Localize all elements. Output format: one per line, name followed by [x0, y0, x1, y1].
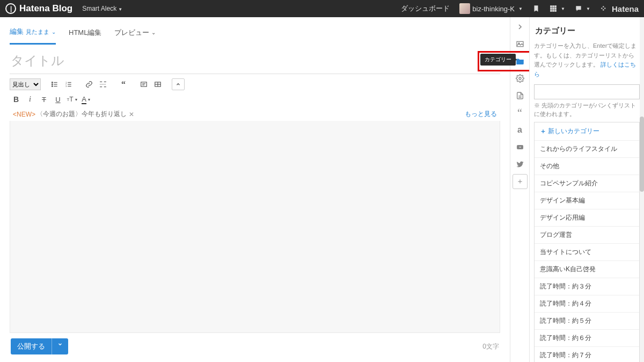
scrollbar-thumb[interactable] [640, 117, 644, 192]
page: 編集 見たまま ⌄ HTML編集 プレビュー ⌄ 見出し 123 “ [0, 17, 644, 362]
svg-rect-1 [552, 5, 554, 7]
dashboard-link[interactable]: ダッシュボード [401, 4, 450, 13]
svg-point-13 [52, 86, 53, 87]
collapse-panel-icon[interactable] [513, 19, 528, 34]
hint-text[interactable]: 〈今週のお題〉今年も折り返し [36, 110, 127, 119]
svg-point-11 [52, 84, 53, 85]
svg-rect-3 [550, 8, 552, 10]
category-input[interactable] [534, 84, 640, 99]
caret-down-icon: ▼ [561, 6, 565, 11]
tooltip-label: カテゴリー [480, 54, 516, 66]
category-item[interactable]: その他 [535, 158, 639, 175]
italic-icon[interactable]: i [24, 93, 36, 105]
panel-note: ※ 先頭のカテゴリーがパンくずリストに使われます。 [534, 102, 640, 119]
panel-title: カテゴリー [534, 21, 640, 41]
tab-preview[interactable]: プレビュー ⌄ [114, 23, 156, 45]
category-item[interactable]: 読了時間：約３分 [535, 278, 639, 295]
bold-icon[interactable]: B [10, 93, 23, 105]
tab-preview-label: プレビュー [114, 28, 149, 38]
side-rail: カテゴリー “ a ＋ [510, 17, 529, 362]
strikethrough-icon[interactable]: T [38, 93, 50, 105]
tab-edit-mode: 見たまま [26, 28, 49, 36]
caret-down-icon: ▼ [118, 7, 122, 12]
tab-html[interactable]: HTML編集 [69, 23, 101, 45]
svg-rect-6 [550, 10, 552, 12]
heading-select[interactable]: 見出し [10, 78, 41, 90]
bookmark-icon[interactable] [532, 5, 540, 12]
unordered-list-icon[interactable] [48, 78, 61, 90]
editor-body[interactable] [10, 121, 500, 333]
tab-edit[interactable]: 編集 見たまま ⌄ [10, 23, 56, 45]
caret-down-icon: ▼ [518, 6, 523, 11]
close-icon[interactable]: ✕ [129, 111, 134, 118]
category-item[interactable]: デザイン基本編 [535, 192, 639, 209]
publish-dropdown[interactable] [52, 338, 68, 354]
add-icon[interactable]: ＋ [513, 174, 528, 189]
category-item[interactable]: 読了時間：約４分 [535, 295, 639, 313]
blog-name-dropdown[interactable]: Smart Aleck▼ [82, 5, 122, 12]
brand-text: Hatena Blog [19, 3, 72, 14]
caret-down-icon: ▼ [586, 6, 590, 11]
chevron-down-icon: ⌄ [151, 30, 156, 35]
tab-html-label: HTML編集 [69, 28, 101, 38]
category-panel: カテゴリー カテゴリーを入力し、Enterで確定します。もしくは、カテゴリーリス… [529, 17, 644, 362]
editor-tabs: 編集 見たまま ⌄ HTML編集 プレビュー ⌄ [10, 21, 500, 45]
youtube-icon[interactable] [513, 140, 528, 155]
font-color-icon[interactable]: A▾ [79, 93, 92, 105]
toolbar: 見出し 123 “ [10, 74, 500, 93]
tab-edit-label: 編集 [10, 27, 24, 37]
title-input[interactable] [10, 48, 500, 74]
category-item[interactable]: ブログ運営 [535, 227, 639, 244]
topbar: ❘ Hatena Blog Smart Aleck▼ ダッシュボード biz-t… [0, 0, 644, 17]
hatena-service-link[interactable]: ⁘ Hatena [600, 4, 639, 13]
svg-rect-7 [552, 10, 554, 12]
svg-point-9 [52, 82, 53, 83]
twitter-icon[interactable] [513, 157, 528, 172]
table-icon[interactable] [151, 78, 164, 90]
collapse-toolbar-icon[interactable] [172, 78, 185, 90]
avatar [459, 3, 470, 14]
quote-icon[interactable]: “ [117, 78, 130, 90]
new-category-button[interactable]: ＋ 新しいカテゴリー [535, 122, 639, 141]
font-size-icon[interactable]: TT▾ [65, 93, 78, 105]
category-icon[interactable]: カテゴリー [513, 54, 528, 69]
toolbar-row-2: B i T U TT▾ A▾ [10, 93, 500, 107]
new-tag: <NEW> [13, 111, 35, 118]
brand-logo[interactable]: ❘ Hatena Blog [5, 3, 72, 14]
underline-icon[interactable]: U [52, 93, 64, 105]
svg-point-34 [519, 77, 521, 79]
svg-rect-5 [554, 8, 557, 10]
document-icon[interactable] [513, 88, 528, 103]
category-item[interactable]: デザイン応用編 [535, 209, 639, 227]
paragraph-box-icon[interactable] [137, 78, 150, 90]
category-item[interactable]: 読了時間：約７分 [535, 347, 639, 362]
category-item[interactable]: 意識高いK自己啓発 [535, 261, 639, 278]
speech-icon[interactable]: ▼ [575, 5, 590, 12]
category-item[interactable]: 当サイトについて [535, 244, 639, 261]
more-link[interactable]: もっと見る [465, 110, 497, 119]
ordered-list-icon[interactable]: 123 [62, 78, 75, 90]
category-item[interactable]: コピペサンプル紹介 [535, 175, 639, 192]
category-item[interactable]: 読了時間：約６分 [535, 330, 639, 347]
username: biz-thinking-K [472, 5, 515, 13]
editor-footer: 公開する 0文字 [10, 333, 500, 354]
category-item[interactable]: これからのライフスタイル [535, 141, 639, 158]
tooltip: カテゴリー [480, 54, 516, 66]
editor-area: 編集 見たまま ⌄ HTML編集 プレビュー ⌄ 見出し 123 “ [0, 17, 510, 362]
read-more-icon[interactable] [97, 78, 109, 90]
publish-button[interactable]: 公開する [11, 338, 68, 354]
dashboard-label: ダッシュボード [401, 4, 450, 13]
svg-rect-0 [550, 5, 552, 7]
category-item[interactable]: 読了時間：約５分 [535, 313, 639, 330]
image-icon[interactable] [513, 37, 528, 52]
brand-icon: ❘ [5, 3, 16, 14]
amazon-icon[interactable]: a [513, 122, 528, 137]
blog-name: Smart Aleck [82, 5, 116, 12]
user-menu[interactable]: biz-thinking-K▼ [459, 3, 523, 14]
quote-block-icon[interactable]: “ [513, 105, 528, 120]
svg-rect-8 [554, 10, 557, 12]
apps-icon[interactable]: ▼ [550, 5, 565, 12]
settings-icon[interactable] [513, 71, 528, 86]
link-icon[interactable] [83, 78, 96, 90]
category-list: ＋ 新しいカテゴリー これからのライフスタイルその他コピペサンプル紹介デザイン基… [534, 122, 640, 362]
